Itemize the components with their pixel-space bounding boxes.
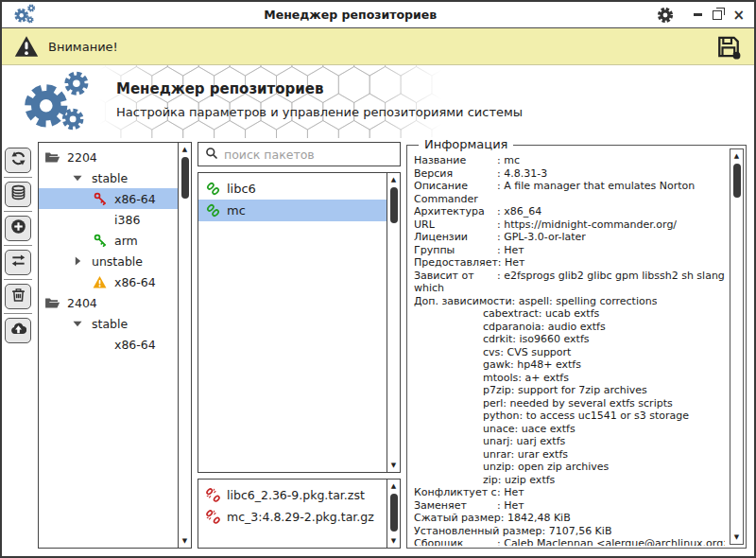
info-line: Версия: 4.8.31-3 (414, 167, 725, 181)
close-icon[interactable]: × (732, 10, 745, 20)
scroll-up-icon[interactable]: ▲ (391, 480, 396, 493)
file-scrollbar[interactable]: ▲ ▼ (387, 480, 400, 548)
package-list-panel: libc6 mc ▲ ▼ (198, 172, 401, 473)
gear-icon[interactable] (657, 7, 674, 24)
package-file-panel: libc6_2.36-9.pkg.tar.zst mc_3:4.8.29-2.p… (198, 479, 401, 549)
package-scrollbar[interactable]: ▲ ▼ (387, 173, 400, 472)
caret-right-icon (69, 256, 85, 266)
sync-button[interactable] (5, 250, 31, 275)
swap-arrows-icon (10, 253, 26, 272)
package-file-list: libc6_2.36-9.pkg.tar.zst mc_3:4.8.29-2.p… (198, 480, 387, 548)
tree-scrollbar[interactable]: ▲ ▼ (178, 143, 191, 548)
open-folder-icon (44, 297, 60, 309)
info-scrollbar[interactable]: ▲ ▼ (730, 148, 744, 545)
green-link-icon (205, 182, 220, 196)
info-line: p7zip: support for 7zip archives (414, 384, 725, 397)
maximize-icon[interactable] (713, 10, 722, 20)
page-subtitle: Настройка параметров и управление репози… (116, 105, 523, 119)
info-groupbox: Информация Название: mcВерсия: 4.8.31-3О… (406, 145, 747, 549)
info-line: perl: needed by several extfs scripts (414, 397, 725, 410)
info-line: unzip: open zip archives (414, 461, 725, 474)
minimize-icon[interactable] (694, 13, 702, 16)
scroll-down-icon[interactable]: ▼ (391, 459, 396, 472)
tree-item-i386[interactable]: i386 (39, 209, 178, 230)
info-line: Commander (414, 193, 725, 206)
file-item-mc_3:4.8.29-2.pkg.tar.gz[interactable]: mc_3:4.8.29-2.pkg.tar.gz (198, 506, 387, 528)
info-line: Название: mc (414, 154, 725, 167)
scroll-thumb[interactable] (733, 164, 741, 198)
tree-item-2404[interactable]: 2404 (39, 292, 178, 313)
tree-item-unstable[interactable]: unstable (39, 251, 178, 271)
warning-dark-icon (14, 35, 39, 58)
open-folder-icon (44, 151, 60, 164)
info-line: Конфликтует с: Нет (414, 486, 725, 499)
toolbar-separator (4, 211, 32, 212)
page-title: Менеджер репозиториев (116, 80, 523, 97)
tree-item-stable[interactable]: stable (39, 167, 178, 188)
search-icon (205, 146, 218, 164)
warning-label: Внимание! (48, 40, 118, 54)
save-icon[interactable] (715, 34, 742, 60)
scroll-up-icon[interactable]: ▲ (182, 143, 187, 156)
scroll-thumb[interactable] (181, 157, 189, 199)
trash-icon (10, 287, 26, 306)
info-line: Зависит от: e2fsprogs glib2 glibc gpm li… (414, 270, 725, 283)
refresh-icon (10, 150, 26, 170)
package-item-libc6[interactable]: libc6 (198, 178, 387, 200)
delete-button[interactable] (5, 284, 31, 309)
titlebar: Менеджер репозиториев × (2, 2, 754, 28)
info-line: cabextract: ucab extfs (414, 307, 725, 321)
scroll-down-icon[interactable]: ▼ (734, 531, 739, 544)
broken-link-icon (205, 488, 220, 502)
package-column: libc6 mc ▲ ▼ libc6_2.36-9.pkg.tar.zst mc… (198, 142, 401, 549)
green-key-icon (92, 234, 108, 247)
package-list: libc6 mc (198, 173, 387, 472)
broken-link-icon (205, 510, 220, 524)
warning-bar: Внимание! (2, 28, 754, 65)
tree-item-stable[interactable]: stable (39, 313, 178, 334)
search-input[interactable] (224, 148, 393, 162)
scroll-up-icon[interactable]: ▲ (391, 173, 396, 186)
toolbar-separator (4, 313, 32, 314)
package-item-mc[interactable]: mc (198, 200, 387, 221)
app-gears-icon (14, 70, 103, 134)
info-line: Сжатый размер: 1842,48 KiB (414, 512, 725, 525)
refresh-button[interactable] (5, 148, 31, 173)
tree-item-x86-64[interactable]: x86-64 (39, 188, 178, 209)
scroll-thumb[interactable] (390, 187, 398, 223)
side-toolbar (4, 142, 32, 549)
info-line: Доп. зависимости: aspell: spelling corre… (414, 295, 725, 308)
toolbar-separator (4, 279, 32, 280)
info-line: python: to access uc1541 or s3 storage (414, 410, 725, 423)
add-button[interactable] (5, 216, 31, 241)
info-line: Группы: Нет (414, 244, 725, 257)
info-line: Лицензии: GPL-3.0-or-later (414, 231, 725, 244)
scroll-thumb[interactable] (390, 494, 398, 532)
none (92, 213, 108, 226)
tree-item-x86-64[interactable]: x86-64 (39, 271, 178, 292)
caret-down-icon (69, 173, 85, 183)
info-line: unarj: uarj extfs (414, 435, 725, 448)
toolbar-separator (4, 245, 32, 246)
red-key-icon (92, 192, 108, 205)
info-legend: Информация (419, 137, 513, 151)
scroll-down-icon[interactable]: ▼ (391, 534, 396, 548)
info-column: Информация Название: mcВерсия: 4.8.31-3О… (406, 142, 747, 549)
warning-icon (92, 275, 108, 289)
tree-item-2204[interactable]: 2204 (39, 147, 178, 167)
file-item-libc6_2.36-9.pkg.tar.zst[interactable]: libc6_2.36-9.pkg.tar.zst (198, 484, 387, 506)
header: Менеджер репозиториев Настройка параметр… (2, 65, 754, 138)
tree-item-arm[interactable]: arm (39, 230, 178, 251)
scroll-up-icon[interactable]: ▲ (734, 149, 739, 163)
database-button[interactable] (5, 182, 31, 207)
info-line: Архитектура: x86_64 (414, 205, 725, 218)
info-line: cvs: CVS support (414, 346, 725, 359)
upload-button[interactable] (5, 318, 31, 343)
info-line: cdparanoia: audio extfs (414, 321, 725, 334)
info-line: URL: https://midnight-commander.org/ (414, 218, 725, 232)
tree-item-x86-64[interactable]: x86-64 (39, 334, 178, 355)
scroll-down-icon[interactable]: ▼ (182, 534, 187, 548)
green-link-icon (205, 203, 220, 218)
info-line: cdrkit: iso9660 extfs (414, 333, 725, 346)
window-title: Менеджер репозиториев (43, 8, 657, 22)
